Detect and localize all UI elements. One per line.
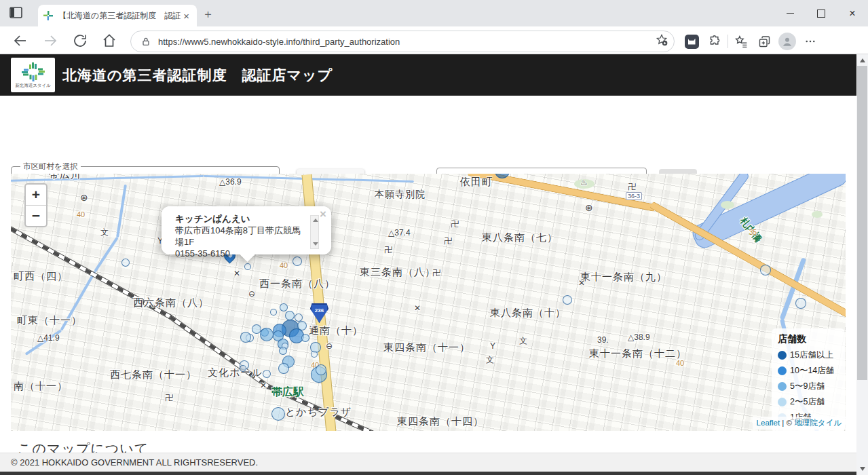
store-cluster-marker[interactable] — [760, 265, 771, 276]
map-label: ⊛ — [585, 202, 593, 213]
map-label: 卍 — [451, 218, 459, 230]
map-label: 卍 — [444, 235, 452, 247]
leaflet-link[interactable]: Leaflet — [757, 419, 780, 427]
forward-button[interactable] — [42, 33, 58, 49]
legend-title: 店舗数 — [778, 333, 839, 345]
map-label: 帯広駅 — [271, 385, 304, 400]
map-label: △38.9 — [628, 332, 650, 342]
map-legend: 店舗数 15店舗以上10〜14店舗5〜9店舗2〜5店舗1店舗 — [772, 328, 845, 431]
store-cluster-marker[interactable] — [301, 334, 309, 342]
store-cluster-marker[interactable] — [240, 365, 246, 372]
store-cluster-marker[interactable] — [285, 311, 295, 320]
address-bar[interactable]: https://www5.newhokkaido-style.info/thir… — [130, 31, 675, 52]
map-label: ✕ — [578, 278, 585, 288]
store-address: 帯広市西104条南8丁目帯広競馬場1F — [175, 225, 308, 248]
store-cluster-marker[interactable] — [316, 364, 326, 375]
extension-badge-icon[interactable] — [680, 31, 703, 52]
map-label: ⊖ — [248, 289, 255, 299]
map-label: 通南（十） — [309, 324, 363, 337]
store-cluster-marker[interactable] — [278, 363, 289, 374]
zoom-out-button[interactable]: − — [26, 206, 46, 226]
window-minimize-button[interactable] — [774, 0, 806, 26]
home-button[interactable] — [101, 33, 117, 49]
store-cluster-marker[interactable] — [563, 295, 572, 305]
store-cluster-marker[interactable] — [270, 309, 277, 316]
window-maximize-button[interactable] — [806, 0, 837, 26]
legend-item: 10〜14店舗 — [778, 365, 839, 377]
settings-menu-icon[interactable] — [799, 31, 822, 52]
store-cluster-marker[interactable] — [795, 298, 806, 309]
site-logo: 新北海道スタイル — [11, 58, 55, 92]
back-button[interactable] — [12, 33, 29, 49]
map-label: 文 — [100, 227, 109, 238]
scrollbar-thumb[interactable] — [857, 66, 867, 380]
footer-dark-strip — [0, 472, 856, 475]
gsi-tiles-link[interactable]: 地理院タイル — [794, 419, 842, 427]
map-label: ♨ — [580, 178, 588, 187]
map-label: 本願寺別院 — [375, 189, 426, 201]
store-cluster-marker[interactable] — [263, 370, 271, 378]
map-label: 南（十一） — [14, 380, 68, 393]
map-label: 40 — [676, 359, 684, 367]
refresh-button[interactable] — [72, 33, 88, 49]
vegetation-patch — [721, 201, 734, 209]
new-tab-button[interactable]: ＋ — [202, 8, 214, 20]
popup-scrollbar[interactable] — [310, 215, 319, 249]
map-label: 東十一条南（十二） — [589, 347, 687, 360]
store-cluster-marker[interactable] — [260, 328, 273, 341]
map-label: ✕ — [260, 381, 267, 390]
extensions-puzzle-icon[interactable] — [703, 31, 726, 52]
browser-window: 【北海道の第三者認証制度 認証 × ＋ × https://www5.newho… — [0, 0, 868, 475]
store-popup: × キッチンぱんえい 帯広市西104条南8丁目帯広競馬場1F 0155-35-6… — [162, 206, 331, 254]
store-cluster-marker[interactable] — [279, 347, 287, 355]
legend-color-dot — [778, 366, 787, 375]
map-label: △36.9 — [219, 177, 242, 187]
legend-color-dot — [778, 398, 787, 406]
store-phone: 0155-35-6150 — [175, 248, 308, 259]
store-name: キッチンぱんえい — [175, 213, 308, 225]
scroll-up-arrow[interactable] — [860, 58, 865, 62]
store-cluster-marker[interactable] — [240, 332, 251, 343]
collections-icon[interactable] — [753, 31, 776, 52]
store-cluster-marker[interactable] — [244, 263, 251, 270]
map-label: 西六条南（八） — [133, 297, 209, 309]
stream-line — [94, 237, 118, 272]
zoom-in-button[interactable]: + — [26, 185, 46, 206]
store-cluster-marker[interactable] — [121, 259, 130, 267]
url-text: https://www5.newhokkaido-style.info/thir… — [158, 37, 655, 47]
map-label: 依田町 — [460, 176, 493, 189]
site-header: 新北海道スタイル 北海道の第三者認証制度 認証店マップ — [0, 54, 856, 96]
add-favorite-icon[interactable] — [655, 33, 668, 50]
stream-line — [11, 175, 204, 182]
web-page: 新北海道スタイル 北海道の第三者認証制度 認証店マップ 市区町村を選択 十勝総合… — [0, 54, 856, 475]
popup-close-icon[interactable]: × — [320, 208, 326, 221]
map-label: 40 — [280, 261, 288, 269]
tab-title: 【北海道の第三者認証制度 認証 — [58, 10, 181, 22]
profile-avatar[interactable] — [776, 31, 799, 52]
legend-color-dot — [778, 351, 787, 360]
map-label: 卍 — [432, 267, 440, 279]
tab-favicon — [43, 11, 53, 20]
page-scrollbar[interactable] — [856, 54, 868, 475]
scroll-down-arrow[interactable] — [860, 467, 865, 471]
window-close-button[interactable]: × — [837, 0, 868, 26]
map-label: 東十一条南（九） — [580, 271, 667, 284]
logo-caption: 新北海道スタイル — [15, 83, 51, 89]
tab-close-icon[interactable]: × — [181, 11, 191, 21]
map-label: 西一条南（八） — [259, 278, 335, 290]
lock-icon — [140, 36, 151, 47]
tab-actions-menu-icon[interactable] — [10, 7, 23, 19]
map-label: 卍 — [384, 244, 392, 256]
map-label: 39. — [597, 335, 609, 345]
browser-tab[interactable]: 【北海道の第三者認証制度 認証 × — [38, 5, 197, 26]
map-label: 帯広川 — [49, 174, 81, 181]
store-cluster-marker[interactable] — [311, 351, 318, 358]
store-cluster-marker[interactable] — [280, 303, 288, 311]
map-label: 35 — [749, 229, 757, 236]
store-cluster-marker[interactable] — [271, 407, 285, 421]
map-label: 文 — [519, 335, 527, 347]
map-zoom-control: + − — [24, 183, 48, 227]
favorites-icon[interactable] — [730, 31, 753, 52]
map-label: △37.4 — [388, 228, 411, 238]
leaflet-map[interactable]: 帯広川△36.9依田町本願寺別院♨卍⊛△37.4東八条南（七）卍卍卍⊛40文Y町… — [11, 174, 846, 431]
